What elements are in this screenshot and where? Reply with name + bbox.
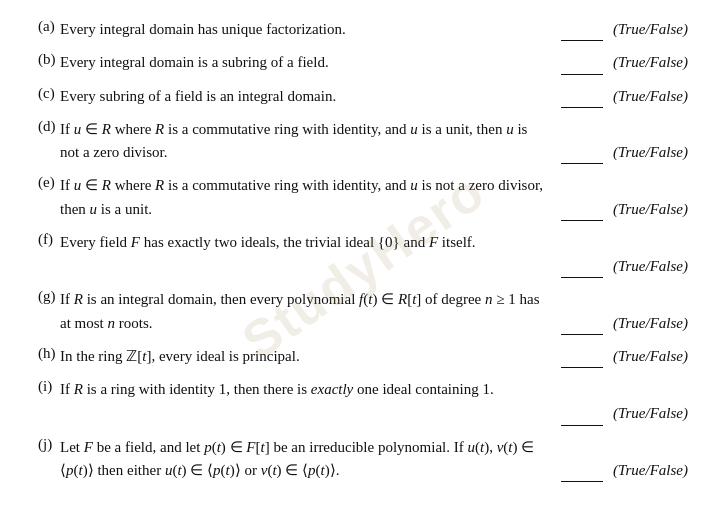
label-j: (j) xyxy=(38,436,60,453)
tf-j: (True/False) xyxy=(561,459,688,482)
problem-b: (b) Every integral domain is a subring o… xyxy=(38,51,688,74)
content-e: If u ∈ R where R is a commutative ring w… xyxy=(60,174,688,221)
tf-h: (True/False) xyxy=(561,345,688,368)
text-c: Every subring of a field is an integral … xyxy=(60,85,336,108)
problem-f: (f) Every field F has exactly two ideals… xyxy=(38,231,688,279)
content-a: Every integral domain has unique factori… xyxy=(60,18,688,41)
problem-a: (a) Every integral domain has unique fac… xyxy=(38,18,688,41)
tf-f: (True/False) xyxy=(561,255,688,278)
content-b: Every integral domain is a subring of a … xyxy=(60,51,688,74)
problem-list: (a) Every integral domain has unique fac… xyxy=(38,18,688,482)
label-f: (f) xyxy=(38,231,60,248)
text-h: In the ring ℤ[t], every ideal is princip… xyxy=(60,345,300,368)
label-d: (d) xyxy=(38,118,60,135)
label-g: (g) xyxy=(38,288,60,305)
content-j: Let F be a field, and let p(t) ∈ F[t] be… xyxy=(60,436,688,483)
text-d-line2: not a zero divisor. xyxy=(60,141,167,164)
label-c: (c) xyxy=(38,85,60,102)
tf-i: (True/False) xyxy=(561,402,688,425)
text-j-line1: Let F be a field, and let p(t) ∈ F[t] be… xyxy=(60,436,688,459)
problem-g: (g) If R is an integral domain, then eve… xyxy=(38,288,688,335)
content-h: In the ring ℤ[t], every ideal is princip… xyxy=(60,345,688,368)
problem-j: (j) Let F be a field, and let p(t) ∈ F[t… xyxy=(38,436,688,483)
tf-d: (True/False) xyxy=(561,141,688,164)
problem-e: (e) If u ∈ R where R is a commutative ri… xyxy=(38,174,688,221)
label-e: (e) xyxy=(38,174,60,191)
text-e-line1: If u ∈ R where R is a commutative ring w… xyxy=(60,174,688,197)
text-d-line1: If u ∈ R where R is a commutative ring w… xyxy=(60,118,688,141)
text-a: Every integral domain has unique factori… xyxy=(60,18,346,41)
text-g-line1: If R is an integral domain, then every p… xyxy=(60,288,688,311)
content-i: If R is a ring with identity 1, then the… xyxy=(60,378,688,426)
tf-e: (True/False) xyxy=(561,198,688,221)
tf-g: (True/False) xyxy=(561,312,688,335)
text-j-line2: ⟨p(t)⟩ then either u(t) ∈ ⟨p(t)⟩ or v(t)… xyxy=(60,459,340,482)
problem-d: (d) If u ∈ R where R is a commutative ri… xyxy=(38,118,688,165)
label-i: (i) xyxy=(38,378,60,395)
content-g: If R is an integral domain, then every p… xyxy=(60,288,688,335)
content-f: Every field F has exactly two ideals, th… xyxy=(60,231,688,279)
text-i-line1: If R is a ring with identity 1, then the… xyxy=(60,378,688,401)
content-c: Every subring of a field is an integral … xyxy=(60,85,688,108)
problem-c: (c) Every subring of a field is an integ… xyxy=(38,85,688,108)
text-f-line1: Every field F has exactly two ideals, th… xyxy=(60,231,688,254)
tf-a: (True/False) xyxy=(561,18,688,41)
label-a: (a) xyxy=(38,18,60,35)
text-g-line2: at most n roots. xyxy=(60,312,153,335)
tf-b: (True/False) xyxy=(561,51,688,74)
text-b: Every integral domain is a subring of a … xyxy=(60,51,329,74)
problem-h: (h) In the ring ℤ[t], every ideal is pri… xyxy=(38,345,688,368)
content-d: If u ∈ R where R is a commutative ring w… xyxy=(60,118,688,165)
problem-i: (i) If R is a ring with identity 1, then… xyxy=(38,378,688,426)
label-h: (h) xyxy=(38,345,60,362)
label-b: (b) xyxy=(38,51,60,68)
tf-c: (True/False) xyxy=(561,85,688,108)
text-e-line2: then u is a unit. xyxy=(60,198,152,221)
